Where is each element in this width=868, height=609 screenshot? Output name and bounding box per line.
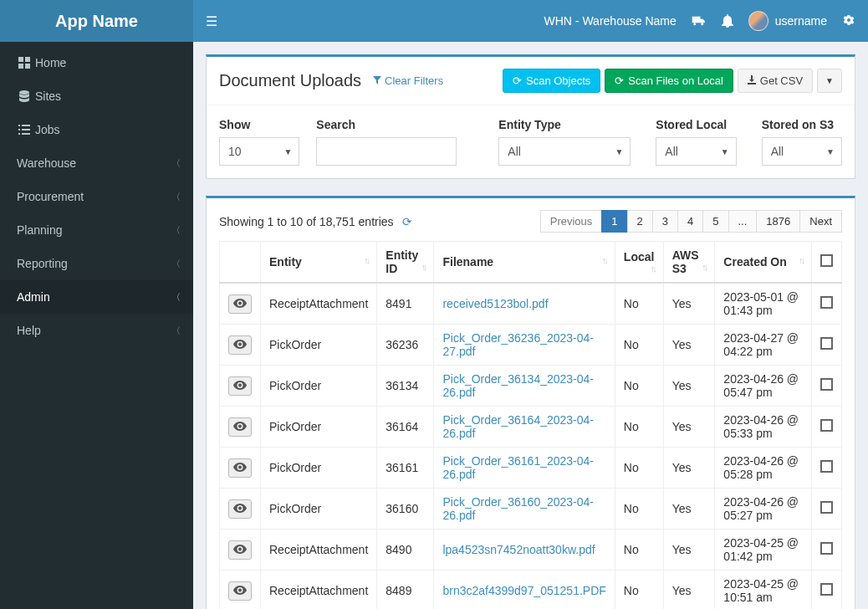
content-area: Document Uploads Clear Filters ⟳ Scan Ob…: [193, 42, 868, 609]
sidebar-item-label: Reporting: [17, 257, 171, 270]
sidebar-item-admin[interactable]: Admin〈: [0, 280, 193, 314]
filename-link[interactable]: lpa4523sn7452noatt30kw.pdf: [442, 543, 595, 556]
cell-aws-s3: Yes: [663, 448, 715, 489]
sort-icon: ↑↓: [364, 255, 368, 265]
page-4[interactable]: 4: [677, 210, 703, 233]
filename-link[interactable]: Pick_Order_36161_2023-04-26.pdf: [442, 454, 594, 481]
chevron-left-icon: 〈: [171, 291, 181, 304]
eye-icon: [233, 379, 247, 392]
view-row-button[interactable]: [228, 335, 252, 355]
cell-aws-s3: Yes: [663, 283, 715, 325]
avatar: [748, 11, 768, 31]
col-created-on[interactable]: Created On↑↓: [715, 242, 812, 284]
filename-link[interactable]: Pick_Order_36164_2023-04-26.pdf: [442, 413, 594, 440]
cell-aws-s3: Yes: [663, 366, 715, 407]
app-logo[interactable]: App Name: [0, 0, 193, 42]
bell-icon[interactable]: [722, 14, 733, 28]
view-row-button[interactable]: [228, 581, 252, 601]
sidebar-item-sites[interactable]: Sites: [0, 79, 193, 113]
cell-local: No: [615, 448, 663, 489]
sidebar-item-reporting[interactable]: Reporting〈: [0, 247, 193, 280]
sidebar-toggle-icon[interactable]: ☰: [206, 13, 217, 29]
row-checkbox[interactable]: [820, 337, 833, 350]
row-checkbox[interactable]: [820, 460, 833, 473]
col-filename[interactable]: Filename↑↓: [434, 242, 615, 284]
sidebar-item-label: Planning: [17, 223, 171, 237]
page-next[interactable]: Next: [799, 210, 842, 233]
select-all-checkbox[interactable]: [820, 254, 833, 267]
view-row-button[interactable]: [228, 458, 252, 478]
col-local[interactable]: Local↑↓: [615, 242, 663, 284]
show-label: Show: [219, 118, 299, 131]
app-name: App Name: [55, 12, 138, 31]
page-previous[interactable]: Previous: [540, 210, 603, 233]
uploads-table: Entity↑↓ Entity ID↑↓ Filename↑↓ Local↑↓ …: [219, 241, 842, 609]
truck-icon[interactable]: [692, 15, 707, 27]
row-checkbox[interactable]: [820, 501, 833, 514]
col-view: [220, 242, 261, 284]
user-menu[interactable]: username: [748, 11, 827, 31]
row-checkbox[interactable]: [820, 419, 833, 432]
refresh-table-icon[interactable]: ⟳: [402, 215, 412, 228]
scan-objects-button[interactable]: ⟳ Scan Objects: [503, 69, 600, 93]
page-3[interactable]: 3: [652, 210, 678, 233]
view-row-button[interactable]: [228, 294, 252, 314]
row-checkbox[interactable]: [820, 296, 833, 309]
stored-s3-label: Stored on S3: [762, 118, 842, 131]
sidebar-item-procurement[interactable]: Procurement〈: [0, 180, 193, 213]
col-entity-id[interactable]: Entity ID↑↓: [377, 242, 434, 284]
svg-point-0: [19, 90, 29, 95]
header-bar: ☰ WHN - Warehouse Name username: [193, 0, 868, 42]
cell-entity-id: 36160: [377, 489, 434, 530]
sidebar-item-home[interactable]: Home: [0, 46, 193, 79]
page-2[interactable]: 2: [627, 210, 653, 233]
cell-entity-id: 8489: [377, 571, 434, 610]
filename-link[interactable]: Pick_Order_36134_2023-04-26.pdf: [442, 372, 594, 399]
get-csv-button[interactable]: Get CSV: [738, 69, 813, 93]
download-icon: [748, 74, 756, 87]
stored-s3-select[interactable]: [762, 137, 842, 166]
page-...[interactable]: ...: [728, 210, 758, 233]
col-aws-s3[interactable]: AWS S3↑↓: [663, 242, 715, 284]
sidebar-item-planning[interactable]: Planning〈: [0, 213, 193, 247]
sidebar-item-warehouse[interactable]: Warehouse〈: [0, 146, 193, 180]
page-5[interactable]: 5: [702, 210, 728, 233]
col-entity[interactable]: Entity↑↓: [261, 242, 377, 284]
sidebar-item-help[interactable]: Help〈: [0, 314, 193, 347]
cell-entity: ReceiptAttachment: [261, 283, 377, 325]
sidebar-item-label: Admin: [17, 290, 171, 304]
search-input[interactable]: [316, 137, 457, 166]
cell-entity-id: 36161: [377, 448, 434, 489]
view-row-button[interactable]: [228, 540, 252, 560]
cell-created-on: 2023-04-25 @ 10:51 am: [715, 571, 812, 610]
table-panel: Showing 1 to 10 of 18,751 entries ⟳ Prev…: [206, 196, 855, 609]
gears-icon[interactable]: [842, 14, 855, 28]
entity-type-select[interactable]: [498, 137, 631, 166]
page-1876[interactable]: 1876: [756, 210, 800, 233]
filename-link[interactable]: Pick_Order_36236_2023-04-27.pdf: [442, 331, 594, 358]
filters-row: Show ▼ Search Entity Type ▼: [207, 105, 855, 178]
warehouse-selector[interactable]: WHN - Warehouse Name: [544, 14, 677, 28]
page-1[interactable]: 1: [601, 210, 627, 233]
row-checkbox[interactable]: [820, 583, 833, 596]
stored-local-select[interactable]: [656, 137, 736, 166]
csv-dropdown-toggle[interactable]: ▼: [817, 69, 842, 93]
clear-filters-link[interactable]: Clear Filters: [373, 74, 443, 87]
cell-local: No: [615, 489, 663, 530]
row-checkbox[interactable]: [820, 378, 833, 391]
sidebar-item-jobs[interactable]: Jobs: [0, 113, 193, 146]
row-checkbox[interactable]: [820, 542, 833, 555]
filename-link[interactable]: received5123bol.pdf: [442, 297, 548, 310]
username: username: [775, 14, 827, 28]
filter-icon: [373, 74, 381, 87]
view-row-button[interactable]: [228, 417, 252, 437]
scan-files-local-button[interactable]: ⟳ Scan Files on Local: [605, 69, 733, 93]
filename-link[interactable]: Pick_Order_36160_2023-04-26.pdf: [442, 495, 594, 522]
view-row-button[interactable]: [228, 376, 252, 396]
filename-link[interactable]: brn3c2af4399d97_051251.PDF: [442, 584, 605, 597]
refresh-icon: ⟳: [615, 74, 624, 87]
show-select[interactable]: [219, 137, 299, 166]
caret-down-icon: ▼: [825, 76, 834, 85]
eye-icon: [233, 338, 247, 351]
view-row-button[interactable]: [228, 499, 252, 519]
